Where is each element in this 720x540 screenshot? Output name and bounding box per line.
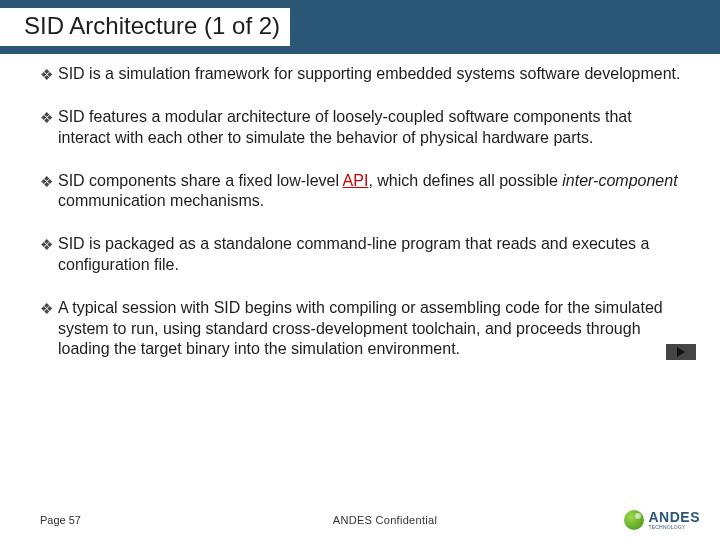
- footer: Page 57 ANDES Confidential ANDES TECHNOL…: [0, 509, 720, 530]
- bullet-text: SID is a simulation framework for suppor…: [58, 64, 686, 85]
- bullet-item: ❖A typical session with SID begins with …: [40, 298, 686, 360]
- bullet-item: ❖SID is a simulation framework for suppo…: [40, 64, 686, 85]
- logo-text: ANDES: [648, 509, 700, 525]
- bullet-item: ❖SID components share a fixed low-level …: [40, 171, 686, 213]
- diamond-bullet-icon: ❖: [40, 234, 58, 276]
- bullet-pre: SID features a modular architecture of l…: [58, 108, 632, 146]
- diamond-bullet-icon: ❖: [40, 171, 58, 213]
- bullet-item: ❖SID is packaged as a standalone command…: [40, 234, 686, 276]
- next-nav-button[interactable]: [666, 344, 696, 360]
- play-icon: [677, 347, 685, 357]
- logo-text-group: ANDES TECHNOLOGY: [648, 509, 700, 530]
- diamond-bullet-icon: ❖: [40, 64, 58, 85]
- content-area: ❖SID is a simulation framework for suppo…: [0, 54, 720, 540]
- slide: SID Architecture (1 of 2) ❖SID is a simu…: [0, 0, 720, 540]
- bullet-text: SID is packaged as a standalone command-…: [58, 234, 686, 276]
- brand-logo: ANDES TECHNOLOGY: [590, 509, 700, 530]
- bullet-highlight: API: [343, 172, 369, 189]
- bullet-pre: SID components share a fixed low-level: [58, 172, 343, 189]
- bullet-text: SID components share a fixed low-level A…: [58, 171, 686, 213]
- confidential-label: ANDES Confidential: [180, 514, 590, 526]
- bullet-pre: SID is packaged as a standalone command-…: [58, 235, 649, 273]
- bullet-item: ❖SID features a modular architecture of …: [40, 107, 686, 149]
- title-bar: SID Architecture (1 of 2): [0, 0, 720, 54]
- bullet-pre: A typical session with SID begins with c…: [58, 299, 663, 358]
- diamond-bullet-icon: ❖: [40, 107, 58, 149]
- bullet-pre: SID is a simulation framework for suppor…: [58, 65, 681, 82]
- page-number: Page 57: [40, 514, 180, 526]
- diamond-bullet-icon: ❖: [40, 298, 58, 360]
- slide-title: SID Architecture (1 of 2): [0, 8, 290, 46]
- logo-mark-icon: [624, 510, 644, 530]
- bullet-text: A typical session with SID begins with c…: [58, 298, 686, 360]
- bullet-text: SID features a modular architecture of l…: [58, 107, 686, 149]
